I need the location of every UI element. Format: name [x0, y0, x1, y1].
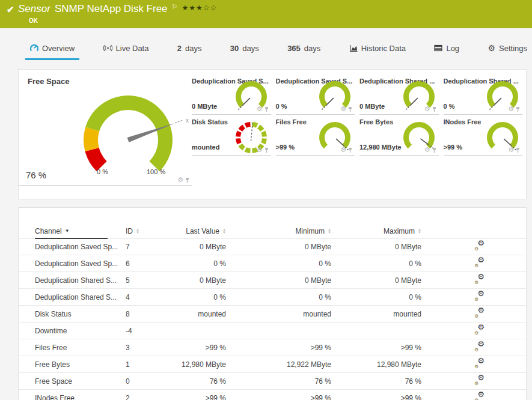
- cell-channel: Files Free: [19, 344, 126, 352]
- small-gauge-cell[interactable]: Deduplication Saved S...0 MByte⚙: [192, 74, 271, 115]
- pin-icon[interactable]: [432, 147, 436, 153]
- cell-max: >99 %: [331, 394, 421, 400]
- channel-settings-icon[interactable]: ⚙⚙: [474, 359, 485, 368]
- tab-historic-data[interactable]: Historic Data: [346, 36, 409, 60]
- table-row[interactable]: INodes Free2>99 %>99 %>99 %⚙⚙: [19, 390, 526, 400]
- small-gauge-cell[interactable]: Deduplication Shared ...0 %⚙: [444, 74, 523, 115]
- channel-settings-icon[interactable]: ⚙⚙: [474, 393, 485, 400]
- cell-last: mounted: [180, 310, 226, 318]
- cell-id: 7: [126, 243, 180, 251]
- gear-icon[interactable]: ⚙: [508, 147, 514, 153]
- gauge-cell-icons[interactable]: ⚙: [257, 106, 269, 112]
- small-gauge-cell[interactable]: Free Bytes12,980 MByte⚙: [359, 115, 439, 156]
- table-row[interactable]: Downtime-4⚙⚙: [19, 323, 526, 339]
- tab-30-days[interactable]: 30 days: [227, 36, 263, 60]
- main-gauge-cell[interactable]: Free Space x 76 % 0 % 100 % ⚙: [19, 70, 192, 186]
- cell-min: 0 MByte: [226, 276, 331, 285]
- channel-settings-icon[interactable]: ⚙⚙: [474, 275, 485, 284]
- table-row[interactable]: Files Free3>99 %>99 %>99 %⚙⚙: [19, 339, 526, 356]
- gauge-min-label: 0 %: [97, 168, 108, 175]
- cell-min: mounted: [226, 310, 331, 318]
- gear-icon[interactable]: ⚙: [257, 106, 263, 112]
- table-row[interactable]: Disk Status8mountedmountedmounted⚙⚙: [19, 306, 526, 323]
- pin-icon[interactable]: [185, 177, 189, 183]
- gear-icon[interactable]: ⚙: [424, 106, 430, 112]
- tab-label: Log: [446, 44, 459, 53]
- cell-min: 0 %: [226, 259, 331, 268]
- gear-icon[interactable]: ⚙: [340, 106, 346, 112]
- flag-icon[interactable]: ⚐: [172, 3, 178, 11]
- cell-channel: Disk Status: [19, 310, 126, 318]
- priority-stars[interactable]: ★★★☆☆: [182, 4, 217, 12]
- cell-id: 3: [126, 344, 180, 352]
- pin-icon[interactable]: [516, 106, 520, 112]
- gear-icon[interactable]: ⚙: [424, 147, 430, 153]
- pin-icon[interactable]: [264, 106, 269, 112]
- gear-icon[interactable]: ⚙: [177, 177, 183, 183]
- cell-last: 76 %: [180, 377, 226, 386]
- cell-id: 5: [126, 276, 180, 285]
- gauge-cell-icons[interactable]: ⚙: [424, 106, 436, 112]
- small-gauge-cell[interactable]: Deduplication Shared ...0 MByte⚙: [359, 74, 439, 115]
- gauge-cell-icons[interactable]: ⚙: [340, 106, 352, 112]
- tab-2-days[interactable]: 2 days: [174, 36, 206, 60]
- channel-settings-icon[interactable]: ⚙⚙: [474, 241, 485, 250]
- channel-settings-icon[interactable]: ⚙⚙: [474, 376, 485, 385]
- gauges-panel: Free Space x 76 % 0 % 100 % ⚙ Deduplicat…: [18, 69, 527, 199]
- tab-log[interactable]: Log: [430, 36, 463, 60]
- small-gauges: Deduplication Saved S...0 MByte⚙Deduplic…: [192, 74, 522, 156]
- channel-settings-icon[interactable]: ⚙⚙: [474, 258, 485, 267]
- tab-settings[interactable]: ⚙ Settings: [484, 36, 531, 60]
- table-header: Channel▼ ID▲▼ Last Value▲▼ Minimum▲▼ Max…: [19, 225, 526, 238]
- pin-icon[interactable]: [516, 147, 520, 153]
- gauge-icon: [30, 44, 38, 52]
- gauge-cell-icons[interactable]: ⚙: [340, 147, 352, 153]
- cell-id: 6: [126, 259, 180, 268]
- channel-settings-icon[interactable]: ⚙⚙: [474, 292, 485, 301]
- main-gauge-value: 76 %: [26, 170, 46, 180]
- gauge-max-label: 100 %: [147, 168, 165, 175]
- column-header-last-value[interactable]: Last Value▲▼: [180, 227, 226, 235]
- table-row[interactable]: Free Space076 %76 %76 %⚙⚙: [19, 373, 526, 390]
- tab-label: days: [242, 44, 258, 53]
- table-row[interactable]: Deduplication Shared S...50 MByte0 MByte…: [19, 272, 526, 289]
- pin-icon[interactable]: [348, 147, 352, 153]
- channel-settings-icon[interactable]: ⚙⚙: [474, 326, 485, 335]
- column-header-id[interactable]: ID▲▼: [126, 227, 180, 235]
- channel-settings-icon[interactable]: ⚙⚙: [474, 342, 485, 351]
- gear-icon: ⚙: [488, 44, 495, 52]
- tab-overview[interactable]: Overview: [26, 36, 78, 60]
- gear-icon[interactable]: ⚙: [340, 147, 346, 153]
- column-header-channel[interactable]: Channel▼: [19, 227, 126, 235]
- small-gauge-cell[interactable]: Disk Statusmounted⚙: [192, 115, 271, 156]
- pin-icon[interactable]: [264, 147, 269, 153]
- column-header-minimum[interactable]: Minimum▲▼: [226, 227, 331, 235]
- gauge-cell-icons[interactable]: ⚙: [424, 147, 436, 153]
- small-gauge-cell[interactable]: Files Free>99 %⚙: [276, 115, 355, 156]
- tab-365-days[interactable]: 365 days: [284, 36, 324, 60]
- small-gauge-label: Disk Status: [192, 118, 228, 126]
- table-row[interactable]: Deduplication Saved Sp...70 MByte0 MByte…: [19, 238, 526, 255]
- channel-settings-icon[interactable]: ⚙⚙: [474, 309, 485, 318]
- gauge-cell-icons[interactable]: ⚙: [257, 147, 269, 153]
- table-row[interactable]: Free Bytes112,980 MByte12,922 MByte12,98…: [19, 356, 526, 373]
- table-row[interactable]: Deduplication Shared S...40 %0 %0 %⚙⚙: [19, 289, 526, 306]
- gear-icon[interactable]: ⚙: [508, 106, 514, 112]
- cell-min: 0 %: [226, 293, 331, 302]
- small-gauge-cell[interactable]: Deduplication Saved S...0 %⚙: [276, 74, 355, 115]
- small-gauge-label: Free Bytes: [359, 118, 393, 126]
- gear-icon[interactable]: ⚙: [257, 147, 263, 153]
- tab-live-data[interactable]: Live Data: [100, 36, 153, 60]
- cell-max: 76 %: [331, 377, 421, 386]
- column-header-maximum[interactable]: Maximum▲▼: [331, 227, 421, 235]
- cell-min: >99 %: [226, 394, 331, 400]
- gauge-cell-icons[interactable]: ⚙: [508, 147, 520, 153]
- small-gauge-value: >99 %: [276, 144, 295, 151]
- table-row[interactable]: Deduplication Saved Sp...60 %0 %0 %⚙⚙: [19, 255, 526, 272]
- small-gauge-cell[interactable]: INodes Free>99 %⚙: [444, 115, 523, 156]
- gauge-cell-icons[interactable]: ⚙: [508, 106, 520, 112]
- gauge-cell-icons[interactable]: ⚙: [177, 177, 189, 183]
- pin-icon[interactable]: [432, 106, 436, 112]
- pin-icon[interactable]: [348, 106, 352, 112]
- status-badge: OK: [29, 17, 38, 24]
